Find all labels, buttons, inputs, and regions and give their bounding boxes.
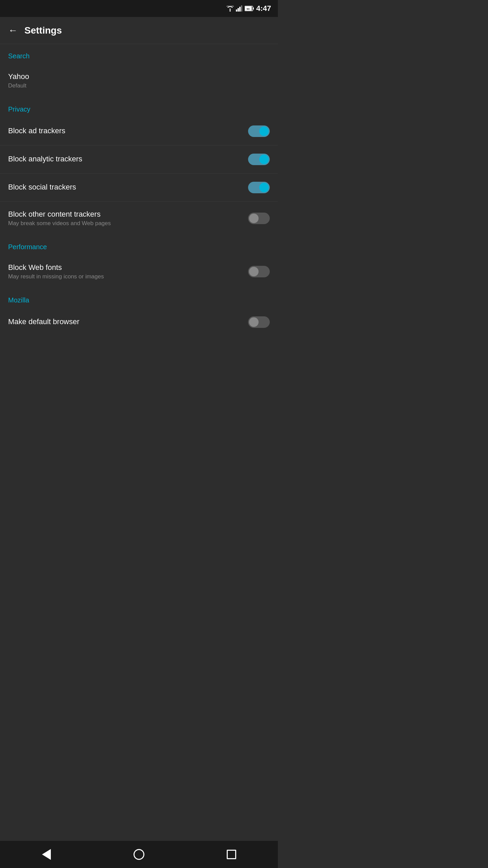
nav-bar: ← Settings bbox=[0, 17, 278, 44]
block-other-trackers-label: Block other content trackers bbox=[8, 210, 241, 219]
performance-section-header: Performance bbox=[0, 235, 278, 255]
block-web-fonts-subtitle: May result in missing icons or images bbox=[8, 273, 241, 280]
svg-rect-3 bbox=[239, 7, 241, 12]
search-engine-row[interactable]: Yahoo Default bbox=[0, 64, 278, 97]
svg-rect-1 bbox=[236, 9, 237, 12]
svg-text:90: 90 bbox=[247, 7, 250, 11]
block-social-trackers-row[interactable]: Block social trackers bbox=[0, 174, 278, 202]
block-analytic-trackers-toggle[interactable] bbox=[248, 154, 270, 165]
block-ad-trackers-row[interactable]: Block ad trackers bbox=[0, 117, 278, 145]
block-analytic-trackers-text: Block analytic trackers bbox=[8, 155, 248, 164]
mozilla-section: Mozilla Make default browser bbox=[0, 288, 278, 336]
privacy-section-header: Privacy bbox=[0, 97, 278, 117]
block-ad-trackers-track bbox=[248, 125, 270, 137]
block-web-fonts-text: Block Web fonts May result in missing ic… bbox=[8, 263, 248, 280]
status-icons: 90 4:47 bbox=[226, 4, 271, 13]
privacy-section: Privacy Block ad trackers Block analytic… bbox=[0, 97, 278, 235]
svg-point-0 bbox=[229, 10, 231, 12]
mozilla-section-header: Mozilla bbox=[0, 288, 278, 308]
block-web-fonts-toggle[interactable] bbox=[248, 266, 270, 277]
block-analytic-trackers-row[interactable]: Block analytic trackers bbox=[0, 145, 278, 174]
search-section: Search Yahoo Default bbox=[0, 44, 278, 97]
block-ad-trackers-label: Block ad trackers bbox=[8, 126, 241, 135]
svg-rect-2 bbox=[238, 8, 239, 12]
block-ad-trackers-toggle[interactable] bbox=[248, 125, 270, 137]
block-analytic-trackers-label: Block analytic trackers bbox=[8, 155, 241, 163]
block-other-trackers-toggle[interactable] bbox=[248, 213, 270, 224]
block-social-trackers-toggle[interactable] bbox=[248, 182, 270, 193]
block-web-fonts-row[interactable]: Block Web fonts May result in missing ic… bbox=[0, 255, 278, 288]
performance-section: Performance Block Web fonts May result i… bbox=[0, 235, 278, 288]
block-social-trackers-label: Block social trackers bbox=[8, 183, 241, 192]
search-section-header: Search bbox=[0, 44, 278, 64]
block-social-trackers-track bbox=[248, 182, 270, 193]
search-engine-name: Yahoo bbox=[8, 72, 263, 81]
make-default-browser-track bbox=[248, 316, 270, 328]
make-default-browser-text: Make default browser bbox=[8, 317, 248, 327]
wifi-icon bbox=[226, 5, 234, 12]
block-ad-trackers-thumb bbox=[259, 126, 269, 136]
block-analytic-trackers-track bbox=[248, 154, 270, 165]
block-social-trackers-thumb bbox=[259, 183, 269, 192]
block-other-trackers-row[interactable]: Block other content trackers May break s… bbox=[0, 202, 278, 235]
block-social-trackers-text: Block social trackers bbox=[8, 183, 248, 192]
svg-rect-4 bbox=[241, 5, 242, 12]
block-web-fonts-thumb bbox=[249, 267, 259, 276]
svg-rect-7 bbox=[253, 7, 254, 9]
search-engine-text: Yahoo Default bbox=[8, 72, 270, 89]
make-default-browser-row[interactable]: Make default browser bbox=[0, 308, 278, 336]
settings-content: Search Yahoo Default Privacy Block ad tr… bbox=[0, 44, 278, 336]
block-analytic-trackers-thumb bbox=[259, 155, 269, 164]
page-title: Settings bbox=[24, 25, 62, 36]
make-default-browser-toggle[interactable] bbox=[248, 316, 270, 328]
status-time: 4:47 bbox=[256, 4, 271, 13]
battery-icon: 90 bbox=[245, 6, 254, 11]
block-web-fonts-track bbox=[248, 266, 270, 277]
block-other-trackers-thumb bbox=[249, 214, 259, 223]
block-web-fonts-label: Block Web fonts bbox=[8, 263, 241, 272]
back-button[interactable]: ← bbox=[8, 25, 18, 36]
block-other-trackers-track bbox=[248, 213, 270, 224]
block-ad-trackers-text: Block ad trackers bbox=[8, 126, 248, 136]
make-default-browser-label: Make default browser bbox=[8, 317, 241, 326]
search-engine-default: Default bbox=[8, 82, 263, 89]
block-other-trackers-text: Block other content trackers May break s… bbox=[8, 210, 248, 227]
make-default-browser-thumb bbox=[249, 317, 259, 327]
status-bar: 90 4:47 bbox=[0, 0, 278, 17]
block-other-trackers-subtitle: May break some videos and Web pages bbox=[8, 220, 241, 227]
signal-icon bbox=[236, 5, 243, 12]
